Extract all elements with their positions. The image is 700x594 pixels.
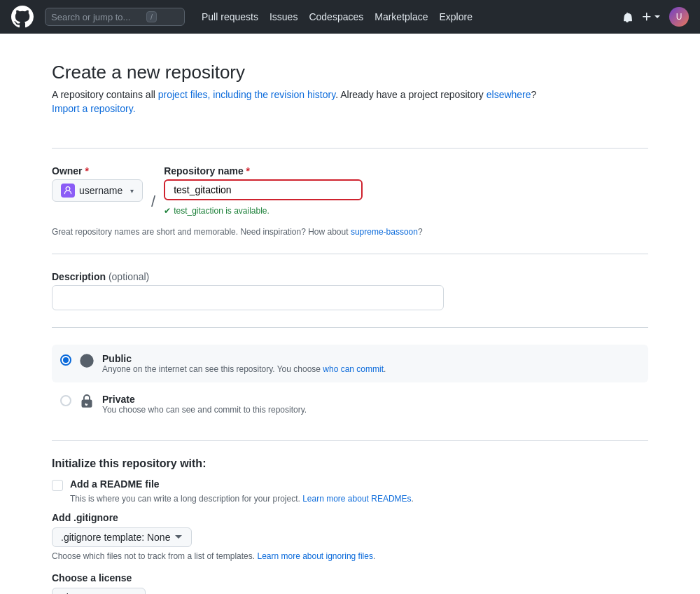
description-label: Description (optional) [52,271,648,282]
owner-required: * [85,165,88,177]
owner-chevron-icon: ▾ [130,187,134,195]
repo-name-label: Repository name * [164,165,363,177]
nav-codespaces[interactable]: Codespaces [309,11,363,22]
public-desc: Anyone on the internet can see this repo… [102,364,640,374]
nav-marketplace[interactable]: Marketplace [374,11,428,22]
slash-divider: / [151,191,155,213]
owner-repo-row: Owner * username ▾ / Repository name * ✔… [52,165,648,216]
readme-desc: This is where you can write a long descr… [70,494,648,504]
divider-2 [52,254,648,254]
header-right: U [622,7,689,27]
repo-name-hint: Great repository names are short and mem… [52,227,648,237]
license-dropdown[interactable]: License: None [52,588,146,594]
user-avatar[interactable]: U [669,7,689,27]
private-content: Private You choose who can see and commi… [102,394,640,415]
public-option[interactable]: Public Anyone on the internet can see th… [52,345,648,382]
gitignore-label: Add .gitignore [52,512,648,523]
owner-group: Owner * username ▾ [52,165,143,202]
nav-pull-requests[interactable]: Pull requests [202,11,258,22]
main-content: Create a new repository A repository con… [35,34,665,594]
gitignore-section: Add .gitignore .gitignore template: None… [52,512,648,561]
init-section: Initialize this repository with: Add a R… [52,457,648,594]
add-menu[interactable] [641,11,661,22]
nav-explore[interactable]: Explore [440,11,472,22]
readme-label: Add a README file [70,478,160,490]
description-optional: (optional) [108,271,149,282]
search-bar[interactable]: / [45,8,185,26]
github-logo[interactable] [11,6,34,28]
lock-icon [80,394,94,412]
repo-name-required: * [246,165,250,177]
private-option[interactable]: Private You choose who can see and commi… [52,385,648,423]
import-repository-link[interactable]: Import a repository. [52,103,136,114]
page-title: Create a new repository [52,62,648,83]
readme-checkbox[interactable] [52,480,63,491]
readme-checkbox-row: Add a README file [52,478,648,491]
license-label: Choose a license [52,572,648,583]
gitignore-hint: Choose which files not to track from a l… [52,551,648,561]
suggestion-link[interactable]: supreme-bassoon [351,227,418,237]
repo-name-wrapper [164,179,363,200]
divider-3 [52,327,648,328]
readme-learn-link[interactable]: Learn more about READMEs [302,494,411,504]
project-files-link[interactable]: project files, including the revision hi… [158,89,335,100]
public-content: Public Anyone on the internet can see th… [102,353,640,374]
search-input[interactable] [51,12,142,22]
description-group: Description (optional) [52,271,648,310]
gitignore-dropdown[interactable]: .gitignore template: None [52,527,192,547]
owner-label: Owner * [52,165,143,177]
availability-check-icon: ✔ [164,206,171,216]
availability-message: ✔ test_gitaction is available. [164,206,363,216]
private-radio[interactable] [60,395,71,406]
private-desc: You choose who can see and commit to thi… [102,405,640,415]
repo-name-group: Repository name * ✔ test_gitaction is av… [164,165,363,216]
owner-avatar-icon [61,184,75,198]
public-radio[interactable] [60,354,71,366]
private-title: Private [102,394,640,405]
notifications-icon[interactable] [622,11,633,22]
globe-icon [80,354,94,371]
elsewhere-link[interactable]: elsewhere [486,89,531,100]
init-title: Initialize this repository with: [52,457,648,470]
search-shortcut: / [146,11,157,22]
description-input[interactable] [52,285,444,310]
owner-name: username [79,185,126,196]
owner-dropdown[interactable]: username ▾ [52,179,143,202]
page-subtitle: A repository contains all project files,… [52,89,648,100]
license-section: Choose a license License: None A license… [52,572,648,594]
who-can-commit-link[interactable]: who can commit [323,364,384,374]
ignoring-files-link[interactable]: Learn more about ignoring files [257,551,372,561]
public-title: Public [102,353,640,364]
visibility-section: Public Anyone on the internet can see th… [52,345,648,423]
nav-issues[interactable]: Issues [270,11,298,22]
repo-name-input[interactable] [165,181,361,199]
divider-4 [52,440,648,441]
divider-1 [52,148,648,148]
header: / Pull requests Issues Codespaces Market… [0,0,700,34]
main-nav: Pull requests Issues Codespaces Marketpl… [202,11,472,22]
